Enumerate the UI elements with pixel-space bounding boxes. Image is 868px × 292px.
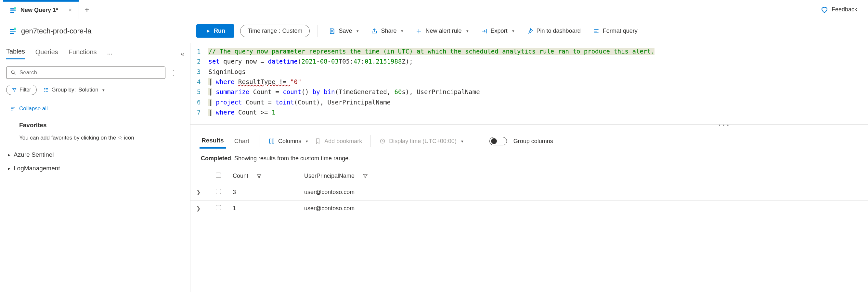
query-icon <box>9 7 17 14</box>
query-editor[interactable]: 1234567 // The query_now parameter repre… <box>190 43 868 124</box>
tab-results[interactable]: Results <box>199 134 226 149</box>
bookmark-button[interactable]: Add bookmark <box>315 138 362 145</box>
chevron-down-icon: ▾ <box>466 29 469 33</box>
status-line: Completed. Showing results from the cust… <box>190 152 868 168</box>
favorites-heading: Favorites <box>0 115 190 132</box>
sidebar: Tables Queries Functions ··· « ⋮ Filter <box>0 43 190 292</box>
tab-queries[interactable]: Queries <box>35 48 58 59</box>
funnel-icon <box>12 87 17 93</box>
bookmark-icon <box>315 138 321 144</box>
chevron-down-icon: ▾ <box>401 29 403 33</box>
results-table: Count UserPrincipalName ❯ 3 user@contoso… <box>190 168 868 216</box>
chevron-down-icon: ▾ <box>512 29 515 33</box>
share-icon <box>371 28 378 34</box>
table-row[interactable]: ❯ 3 user@contoso.com <box>190 184 868 200</box>
collapse-icon <box>10 106 16 112</box>
save-icon <box>329 28 335 34</box>
tree-item-sentinel[interactable]: ▸ Azure Sentinel <box>0 148 190 161</box>
expand-row-icon[interactable]: ❯ <box>196 189 200 195</box>
columns-button[interactable]: Columns ▾ <box>269 138 308 145</box>
toolbar: gen7tech-prod-core-la Run Time range : C… <box>0 19 868 43</box>
line-gutter: 1234567 <box>196 46 208 117</box>
save-button[interactable]: Save ▾ <box>326 26 362 36</box>
search-input[interactable] <box>6 67 165 79</box>
plus-icon <box>416 28 422 34</box>
new-alert-button[interactable]: New alert rule ▾ <box>412 26 471 36</box>
svg-point-3 <box>14 7 16 9</box>
code-area[interactable]: // The query_now parameter represents th… <box>208 46 654 117</box>
group-columns-toggle[interactable] <box>489 137 507 145</box>
format-icon <box>593 28 599 34</box>
more-icon[interactable]: ··· <box>107 50 113 58</box>
svg-rect-9 <box>270 139 271 143</box>
filter-count-icon[interactable] <box>256 173 262 179</box>
query-tab[interactable]: New Query 1* × <box>3 0 79 19</box>
export-button[interactable]: Export ▾ <box>478 26 518 36</box>
row-checkbox[interactable] <box>216 189 221 194</box>
col-upn[interactable]: UserPrincipalName <box>304 173 354 179</box>
pin-icon <box>527 28 533 34</box>
workspace-selector[interactable]: gen7tech-prod-core-la <box>0 27 190 35</box>
chevron-down-icon: ▾ <box>102 87 105 93</box>
svg-rect-2 <box>10 12 14 13</box>
filter-button[interactable]: Filter <box>6 85 37 95</box>
svg-rect-5 <box>10 31 16 32</box>
close-icon[interactable]: × <box>68 7 72 14</box>
run-button[interactable]: Run <box>196 24 234 38</box>
tab-title: New Query 1* <box>21 7 58 14</box>
table-row[interactable]: ❯ 1 user@contoso.com <box>190 200 868 217</box>
display-time-button[interactable]: Display time (UTC+00:00) ▾ <box>379 138 463 145</box>
workspace-icon <box>9 27 17 35</box>
clock-icon <box>379 138 386 144</box>
tree-item-logmgmt[interactable]: ▸ LogManagement <box>0 161 190 175</box>
play-icon <box>206 29 211 34</box>
svg-rect-10 <box>272 139 274 143</box>
feedback-label: Feedback <box>832 6 857 13</box>
tab-bar: New Query 1* × + Feedback <box>0 0 868 19</box>
caret-right-icon: ▸ <box>8 152 10 157</box>
expand-row-icon[interactable]: ❯ <box>196 206 200 211</box>
kebab-icon[interactable]: ⋮ <box>170 69 177 77</box>
results-toolbar: Results Chart Columns ▾ Add bookmark Dis… <box>190 131 868 152</box>
chevron-down-icon: ▾ <box>306 139 308 144</box>
heart-icon <box>820 6 828 14</box>
pin-button[interactable]: Pin to dashboard <box>524 26 584 36</box>
svg-point-8 <box>11 71 14 74</box>
add-tab-button[interactable]: + <box>79 5 95 14</box>
col-count[interactable]: Count <box>233 173 248 179</box>
caret-right-icon: ▸ <box>8 166 10 171</box>
list-icon <box>43 87 49 93</box>
tab-chart[interactable]: Chart <box>232 134 251 148</box>
columns-icon <box>269 138 275 144</box>
collapse-sidebar-icon[interactable]: « <box>181 50 184 58</box>
share-button[interactable]: Share ▾ <box>368 26 407 36</box>
tab-tables[interactable]: Tables <box>6 48 25 59</box>
favorites-hint: You can add favorites by clicking on the… <box>0 132 190 148</box>
svg-point-7 <box>14 28 16 30</box>
svg-rect-6 <box>10 33 14 34</box>
select-all-checkbox[interactable] <box>216 173 221 178</box>
format-button[interactable]: Format query <box>590 26 641 36</box>
collapse-all-button[interactable]: Collapse all <box>0 98 190 115</box>
main-area: 1234567 // The query_now parameter repre… <box>190 43 868 292</box>
search-icon <box>10 70 16 76</box>
filter-upn-icon[interactable] <box>362 173 368 179</box>
feedback-button[interactable]: Feedback <box>820 6 865 14</box>
workspace-name: gen7tech-prod-core-la <box>21 27 91 35</box>
chevron-down-icon: ▾ <box>461 139 463 144</box>
groupby-button[interactable]: Group by: Solution ▾ <box>43 87 105 93</box>
svg-rect-1 <box>10 10 16 11</box>
time-range-button[interactable]: Time range : Custom <box>240 25 310 37</box>
row-checkbox[interactable] <box>216 205 221 210</box>
chevron-down-icon: ▾ <box>356 29 359 33</box>
export-icon <box>481 28 488 34</box>
resize-handle[interactable]: • • • <box>190 124 868 131</box>
tab-functions[interactable]: Functions <box>68 48 97 59</box>
group-columns-label: Group columns <box>514 138 553 145</box>
